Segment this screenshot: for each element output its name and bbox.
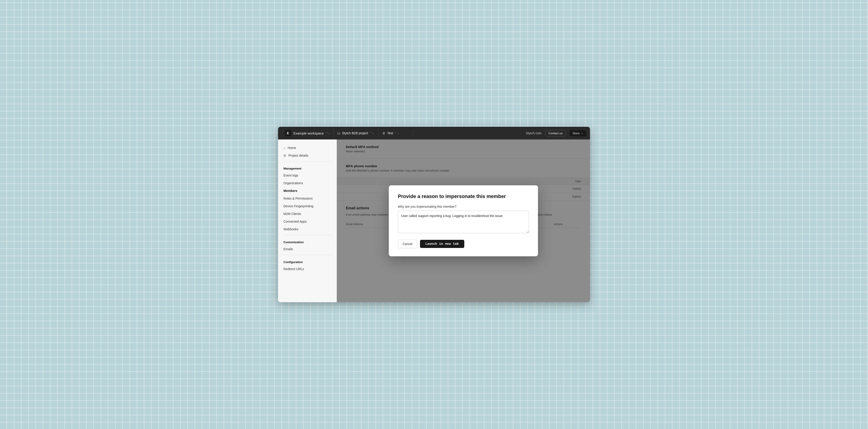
sidebar-item-home-label: Home [287,146,296,150]
sidebar-item-organizations-label: Organizations [283,181,303,185]
impersonate-modal: Provide a reason to impersonate this mem… [389,185,538,256]
env-chevron-icon: ⌃⌄ [395,131,399,135]
content-area: Default MFA method None selected MFA pho… [337,140,590,302]
sidebar-item-roles-permissions[interactable]: Roles & Permissions [278,194,337,202]
stytch-link[interactable]: Stytch.com [526,131,541,135]
sidebar-item-webhooks-label: Webhooks [283,227,298,231]
sidebar-divider-2 [283,235,331,235]
contact-button[interactable]: Contact us [545,130,566,136]
sidebar-item-members-label: Members [283,189,297,192]
sidebar-item-emails-label: Emails [283,247,293,251]
sidebar-item-device-fingerprinting[interactable]: Device Fingerprinting [278,202,337,210]
modal-actions: Cancel Launch in new tab [398,240,529,248]
project-details-icon: ⊞ [283,154,286,157]
sidebar-item-device-fingerprinting-label: Device Fingerprinting [283,204,313,208]
app-window: E Example workspace ⌃⌄ 🗂 Stytch B2B proj… [278,127,590,302]
modal-overlay: Provide a reason to impersonate this mem… [337,140,590,302]
sidebar-divider-1 [283,161,331,161]
sidebar-item-emails[interactable]: Emails [278,245,337,253]
docs-button[interactable]: Docs → [569,130,586,136]
project-name: Stytch B2B project [342,131,368,135]
cancel-button[interactable]: Cancel [398,240,417,248]
reason-textarea[interactable]: User called support reporting a bug. Log… [398,211,529,233]
project-selector[interactable]: 🗂 Stytch B2B project ⌃⌄ [334,129,379,137]
sidebar-item-connected-apps-label: Connected Apps [283,220,307,223]
env-name: Test [387,131,393,135]
env-icon: 🖥 [382,131,385,135]
launch-button[interactable]: Launch in new tab [420,240,464,248]
nav-right: Stytch.com Contact us Docs → [526,130,586,136]
workspace-chevron-icon: ⌃⌄ [326,131,331,135]
sidebar-item-redirect-urls[interactable]: Redirect URLs [278,265,337,273]
sidebar-item-connected-apps[interactable]: Connected Apps [278,218,337,225]
modal-label: Why are you impersonating this member? [398,205,529,208]
sidebar-item-organizations[interactable]: Organizations [278,179,337,187]
home-icon: ⌂ [283,146,285,150]
sidebar: ⌂ Home ⊞ Project details Management Even… [278,140,337,302]
sidebar-item-m2m-clients-label: M2M Clients [283,212,301,216]
sidebar-item-project-details-label: Project details [288,154,308,157]
workspace-selector[interactable]: E Example workspace ⌃⌄ [282,128,334,138]
sidebar-item-members[interactable]: Members [278,187,337,194]
sidebar-divider-3 [283,255,331,255]
sidebar-item-event-logs-label: Event logs [283,174,298,177]
env-selector[interactable]: 🖥 Test ⌃⌄ [379,129,413,137]
customization-section-label: Customization [278,237,337,245]
workspace-name: Example workspace [293,131,324,135]
management-section-label: Management [278,163,337,172]
sidebar-item-m2m-clients[interactable]: M2M Clients [278,210,337,218]
project-icon: 🗂 [337,131,340,135]
sidebar-item-event-logs[interactable]: Event logs [278,172,337,179]
project-chevron-icon: ⌃⌄ [370,131,374,135]
main-layout: ⌂ Home ⊞ Project details Management Even… [278,140,590,302]
modal-title: Provide a reason to impersonate this mem… [398,193,529,200]
sidebar-item-webhooks[interactable]: Webhooks [278,225,337,233]
configuration-section-label: Configuration [278,257,337,265]
workspace-icon: E [285,130,291,136]
sidebar-item-project-details[interactable]: ⊞ Project details [278,152,337,159]
sidebar-item-roles-permissions-label: Roles & Permissions [283,197,313,200]
sidebar-item-redirect-urls-label: Redirect URLs [283,267,304,271]
sidebar-item-home[interactable]: ⌂ Home [278,144,337,152]
top-nav: E Example workspace ⌃⌄ 🗂 Stytch B2B proj… [278,127,590,140]
